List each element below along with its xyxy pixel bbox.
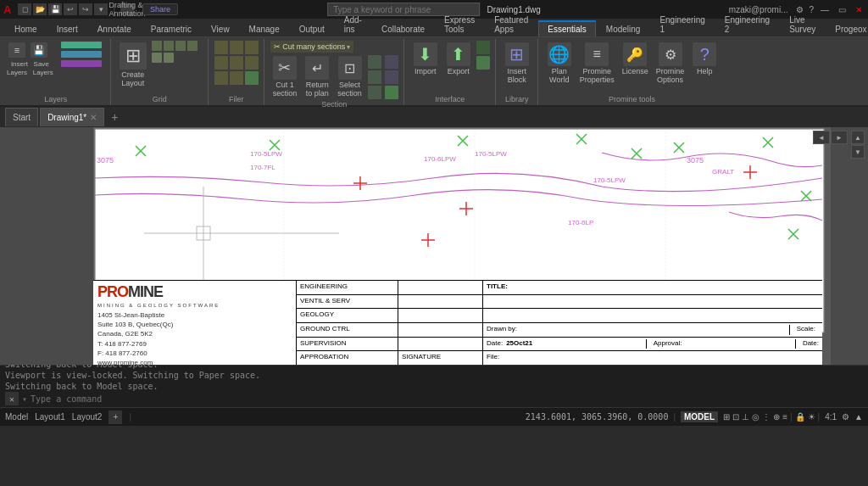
- tab-eng2[interactable]: Engineering 2: [715, 12, 779, 36]
- grid-cell2[interactable]: [164, 41, 174, 51]
- section-icon4[interactable]: [385, 55, 398, 69]
- redo-icon[interactable]: ↪: [79, 3, 92, 15]
- interface-icon1[interactable]: [476, 41, 490, 54]
- drawing1-tab-close-icon[interactable]: ✕: [90, 113, 97, 122]
- tab-manage[interactable]: Manage: [240, 21, 289, 36]
- filer-icon2[interactable]: [230, 41, 243, 54]
- filer-check-icon[interactable]: [245, 71, 259, 85]
- filer-icon8[interactable]: [230, 71, 243, 85]
- share-button[interactable]: Share: [142, 3, 178, 15]
- filer-icon4[interactable]: [214, 56, 228, 70]
- filer-icon3[interactable]: [245, 41, 259, 54]
- tab-view[interactable]: View: [202, 21, 239, 36]
- layers-row1[interactable]: [59, 41, 105, 49]
- maximize-button[interactable]: ▭: [836, 3, 848, 15]
- tab-essentials[interactable]: Essentials: [538, 20, 596, 36]
- save-layers-button[interactable]: 💾: [29, 41, 49, 59]
- layers-row2[interactable]: [59, 50, 105, 59]
- tab-survey[interactable]: Live Survey: [780, 12, 825, 36]
- insert-layers-button[interactable]: ≡: [7, 41, 27, 59]
- import-button[interactable]: ⬇ Import: [410, 41, 441, 78]
- lock-icon[interactable]: 🔒: [795, 412, 805, 422]
- new-icon[interactable]: ◻: [18, 3, 31, 15]
- scroll-down-button[interactable]: ▼: [851, 145, 865, 159]
- command-input[interactable]: [31, 394, 863, 404]
- lineweight-toggle[interactable]: ≡: [782, 412, 787, 422]
- export-label: Export: [448, 68, 470, 76]
- osnap-toggle[interactable]: ⋮: [762, 412, 771, 422]
- promine-options-button[interactable]: ⚙ PromineOptions: [654, 41, 687, 87]
- command-area: Switching back to Model space. Viewport …: [0, 365, 868, 407]
- otrack-toggle[interactable]: ⊕: [773, 412, 780, 422]
- cut-many-sections-dropdown[interactable]: ✂ Cut many sections ▾: [270, 41, 354, 53]
- filer-icon7[interactable]: [214, 71, 228, 85]
- open-icon[interactable]: 📂: [33, 3, 47, 15]
- layers-row3[interactable]: [59, 59, 105, 68]
- grid-toggle[interactable]: ⊞: [723, 412, 730, 422]
- cut1-section-button[interactable]: ✂ Cut 1section: [270, 54, 300, 100]
- layout-add-button[interactable]: +: [108, 411, 122, 424]
- isolate-icon[interactable]: ☀: [808, 412, 815, 422]
- undo-icon[interactable]: ↩: [64, 3, 77, 15]
- model-tab[interactable]: Model: [5, 412, 28, 422]
- polar-toggle[interactable]: ◎: [752, 412, 760, 422]
- select-section-label: Selectsection: [337, 81, 362, 98]
- search-input[interactable]: [327, 3, 480, 16]
- filer-icon5[interactable]: [230, 56, 243, 70]
- model-indicator: MODEL: [681, 411, 718, 422]
- scroll-up-button[interactable]: ▲: [851, 131, 865, 144]
- plan-world-button[interactable]: 🌐 PlanWorld: [544, 41, 575, 87]
- section-icon3[interactable]: [368, 86, 381, 99]
- filer-icon6[interactable]: [245, 56, 259, 70]
- create-layout-button[interactable]: ⊞ CreateLayout: [117, 41, 149, 90]
- ortho-toggle[interactable]: ⊥: [742, 412, 749, 422]
- scroll-right-button[interactable]: ►: [831, 131, 848, 144]
- qa-dropdown[interactable]: ▾: [94, 3, 108, 15]
- return-to-plan-button[interactable]: ↵ Returnto plan: [303, 54, 331, 100]
- tb-ventil: VENTIL & SERV: [297, 295, 398, 310]
- section-check-icon[interactable]: [385, 86, 398, 99]
- tab-parametric[interactable]: Parametric: [142, 21, 201, 36]
- grid-cell5[interactable]: [152, 53, 162, 63]
- select-section-button[interactable]: ⊡ Selectsection: [335, 54, 364, 100]
- interface-check-icon[interactable]: [476, 56, 490, 70]
- ribbon-group-library: ⊞ InsertBlock Library: [497, 39, 538, 105]
- section-icon5[interactable]: [385, 70, 398, 84]
- insert-block-button[interactable]: ⊞ InsertBlock: [502, 41, 532, 87]
- layout1-tab[interactable]: Layout1: [35, 412, 65, 422]
- tab-eng1[interactable]: Engineering 1: [650, 12, 714, 36]
- tab-insert[interactable]: Insert: [47, 21, 87, 36]
- tab-home[interactable]: Home: [5, 21, 47, 36]
- layout2-tab[interactable]: Layout2: [72, 412, 103, 422]
- scroll-left-button[interactable]: ◄: [813, 131, 830, 144]
- grid-cell6[interactable]: [164, 53, 174, 63]
- export-button[interactable]: ⬆ Export: [443, 41, 474, 78]
- grid-cell1[interactable]: [152, 41, 162, 51]
- expand-icon[interactable]: ▲: [854, 412, 863, 422]
- tab-annotate[interactable]: Annotate: [88, 21, 141, 36]
- promine-logo2: MINE: [128, 283, 163, 301]
- tab-collaborate[interactable]: Collaborate: [372, 21, 434, 36]
- create-layout-icon: ⊞: [120, 42, 147, 70]
- workflow-dropdown[interactable]: Drafting & Annotation: [120, 3, 134, 15]
- help-button[interactable]: ? Help: [689, 41, 720, 78]
- tab-progeox[interactable]: Progeox: [826, 21, 868, 36]
- section-icon2[interactable]: [368, 70, 381, 84]
- save-icon[interactable]: 💾: [48, 3, 62, 15]
- doc-tab-drawing1[interactable]: Drawing1* ✕: [40, 108, 104, 126]
- section-icon1[interactable]: [368, 55, 381, 69]
- grid-cell3[interactable]: [175, 41, 186, 51]
- tab-modeling[interactable]: Modeling: [597, 21, 650, 36]
- promine-properties-button[interactable]: ≡ PromineProperties: [577, 41, 617, 87]
- tab-output[interactable]: Output: [290, 21, 334, 36]
- doc-tab-start[interactable]: Start: [5, 108, 38, 126]
- section-group-content: ✂ Cut many sections ▾ ✂ Cut 1section ↵ R…: [270, 41, 398, 100]
- snap-toggle[interactable]: ⊡: [732, 412, 739, 422]
- new-tab-button[interactable]: +: [106, 109, 123, 126]
- license-button[interactable]: 🔑 License: [620, 41, 651, 78]
- close-button[interactable]: ✕: [853, 3, 865, 15]
- filer-icon1[interactable]: [214, 41, 228, 54]
- workspace-settings-icon[interactable]: ⚙: [842, 412, 849, 422]
- grid-cell4[interactable]: [187, 41, 198, 51]
- cmd-close-button[interactable]: ✕: [5, 392, 19, 405]
